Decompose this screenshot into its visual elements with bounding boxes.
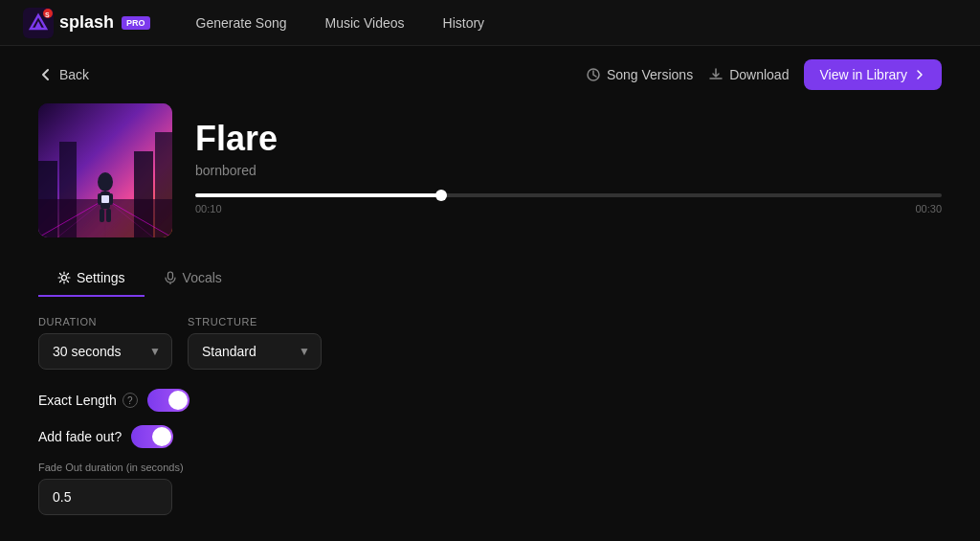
- structure-field-group: Structure Standard Verse-Chorus Instrume…: [188, 316, 322, 370]
- svg-point-23: [62, 276, 67, 281]
- progress-times: 00:10 00:30: [195, 203, 942, 214]
- duration-field-group: Duration 15 seconds 30 seconds 60 second…: [38, 316, 172, 370]
- pro-badge: PRO: [122, 16, 150, 30]
- back-arrow-icon: [38, 67, 54, 82]
- progress-thumb: [435, 190, 447, 201]
- add-fade-out-toggle-thumb: [152, 427, 171, 446]
- current-time: 00:10: [195, 203, 222, 214]
- song-versions-label: Song Versions: [607, 67, 693, 82]
- splash-logo-icon: S: [23, 8, 54, 38]
- toolbar: Back Song Versions Download View in Libr…: [0, 46, 980, 103]
- progress-container[interactable]: 00:10 00:30: [195, 193, 942, 214]
- song-details: Flare bornbored 00:10 00:30: [195, 103, 942, 214]
- nav-history[interactable]: History: [443, 15, 485, 31]
- view-library-label: View in Library: [819, 67, 907, 82]
- toolbar-right: Song Versions Download View in Library: [586, 59, 942, 90]
- view-in-library-button[interactable]: View in Library: [804, 59, 942, 90]
- settings-icon: [57, 271, 71, 284]
- svg-rect-22: [101, 195, 109, 203]
- fade-out-duration-group: Fade Out duration (in seconds): [38, 462, 942, 515]
- download-button[interactable]: Download: [708, 67, 789, 82]
- tab-vocals-label: Vocals: [183, 270, 222, 285]
- microphone-icon: [164, 271, 177, 284]
- svg-rect-24: [167, 272, 172, 280]
- structure-select[interactable]: Standard Verse-Chorus Instrumental: [188, 333, 322, 370]
- nav-links: Generate Song Music Videos History: [196, 15, 485, 31]
- tab-vocals[interactable]: Vocals: [145, 260, 241, 297]
- svg-rect-21: [106, 209, 111, 222]
- add-fade-out-row: Add fade out?: [38, 425, 942, 448]
- artwork-image: [38, 103, 172, 237]
- song-artist: bornbored: [195, 163, 942, 178]
- fade-out-duration-input[interactable]: [38, 479, 172, 515]
- duration-select[interactable]: 15 seconds 30 seconds 60 seconds 120 sec…: [38, 333, 172, 370]
- tab-settings[interactable]: Settings: [38, 260, 145, 297]
- add-fade-out-label: Add fade out?: [38, 429, 122, 444]
- exact-length-toggle[interactable]: [147, 389, 189, 412]
- settings-duration-structure-row: Duration 15 seconds 30 seconds 60 second…: [38, 316, 942, 370]
- svg-rect-20: [100, 209, 104, 222]
- add-fade-out-toggle[interactable]: [131, 425, 173, 448]
- main-content: Flare bornbored 00:10 00:30: [0, 103, 980, 515]
- tabs: Settings Vocals: [38, 260, 942, 297]
- exact-length-help-icon[interactable]: ?: [122, 393, 138, 408]
- svg-point-16: [98, 172, 113, 192]
- structure-label: Structure: [188, 316, 322, 327]
- exact-length-row: Exact Length ?: [38, 389, 942, 412]
- back-button[interactable]: Back: [38, 67, 89, 82]
- download-label: Download: [729, 67, 789, 82]
- nav-music-videos[interactable]: Music Videos: [325, 15, 405, 31]
- chevron-right-icon: [913, 68, 926, 81]
- song-info: Flare bornbored 00:10 00:30: [38, 103, 942, 237]
- song-versions-icon: [586, 67, 601, 82]
- tab-settings-label: Settings: [77, 270, 125, 285]
- nav-generate-song[interactable]: Generate Song: [196, 15, 287, 31]
- fade-out-duration-label: Fade Out duration (in seconds): [38, 462, 942, 473]
- song-artwork: [38, 103, 172, 237]
- song-versions-button[interactable]: Song Versions: [586, 67, 693, 82]
- navbar: S splash PRO Generate Song Music Videos …: [0, 0, 980, 46]
- exact-length-toggle-thumb: [168, 391, 188, 410]
- download-icon: [708, 67, 724, 82]
- song-title: Flare: [195, 119, 942, 159]
- back-label: Back: [59, 67, 89, 82]
- exact-length-label: Exact Length ?: [38, 393, 138, 408]
- svg-text:S: S: [45, 11, 50, 18]
- structure-select-wrapper: Standard Verse-Chorus Instrumental ▼: [188, 333, 322, 370]
- progress-track[interactable]: [195, 193, 942, 197]
- duration-label: Duration: [38, 316, 172, 327]
- total-time: 00:30: [915, 203, 942, 214]
- duration-select-wrapper: 15 seconds 30 seconds 60 seconds 120 sec…: [38, 333, 172, 370]
- progress-fill: [195, 193, 441, 197]
- logo: S splash PRO: [23, 8, 150, 38]
- app-name: splash: [59, 12, 114, 33]
